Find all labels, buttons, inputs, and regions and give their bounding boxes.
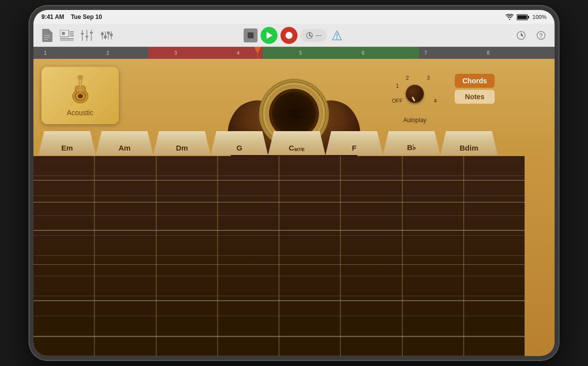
tick-4: 4 bbox=[237, 50, 240, 56]
chord-btn-1[interactable]: Am bbox=[96, 131, 153, 155]
status-right: 100% bbox=[506, 14, 547, 20]
autoplay-4-label: 4 bbox=[434, 98, 437, 104]
tick-5: 5 bbox=[299, 50, 302, 56]
ipad-screen: 9:41 AM Tue Sep 10 100% bbox=[33, 10, 555, 356]
chord-btn-3[interactable]: G bbox=[211, 131, 268, 155]
timeline-marker-line bbox=[258, 54, 258, 59]
svg-rect-12 bbox=[60, 40, 74, 41]
status-time: 9:41 AM bbox=[41, 13, 64, 20]
stop-button[interactable] bbox=[244, 28, 258, 42]
mixer-icon bbox=[80, 30, 93, 41]
toolbar-center: — bbox=[244, 27, 344, 44]
svg-rect-16 bbox=[81, 33, 84, 34]
svg-rect-11 bbox=[60, 38, 74, 39]
instrument-thumbnail[interactable]: Acoustic bbox=[41, 67, 119, 124]
document-icon bbox=[41, 29, 52, 42]
svg-point-25 bbox=[107, 31, 110, 34]
eq-button[interactable] bbox=[99, 28, 114, 43]
svg-point-23 bbox=[101, 32, 104, 35]
stop-icon bbox=[248, 32, 254, 38]
autoplay-knob[interactable] bbox=[406, 85, 424, 103]
chord-btn-6[interactable]: B♭ bbox=[383, 131, 440, 155]
toolbar: — bbox=[33, 24, 555, 47]
autoplay-3-label: 3 bbox=[427, 75, 430, 81]
autoplay-off-label: OFF bbox=[392, 98, 403, 104]
svg-rect-18 bbox=[90, 32, 93, 33]
svg-point-36 bbox=[77, 94, 82, 98]
chord-btn-0[interactable]: Em bbox=[38, 131, 96, 155]
svg-rect-1 bbox=[517, 15, 527, 19]
svg-rect-4 bbox=[44, 37, 50, 38]
battery-icon bbox=[517, 14, 530, 20]
autoplay-knob-container: OFF 1 2 3 4 bbox=[395, 74, 435, 114]
svg-rect-2 bbox=[528, 16, 529, 18]
guitar-area: Acoustic bbox=[33, 59, 555, 356]
fret-col-3 bbox=[218, 156, 280, 356]
chord-row: EmAmDmGCM7/EFB♭Bdim bbox=[33, 131, 525, 155]
chord-btn-7[interactable]: Bdim bbox=[440, 131, 498, 155]
fret-columns bbox=[33, 156, 525, 356]
toolbar-right: ? bbox=[348, 28, 549, 43]
fret-col-0 bbox=[33, 156, 95, 356]
autoplay-section: OFF 1 2 3 4 Autoplay bbox=[395, 74, 435, 124]
fret-col-2 bbox=[157, 156, 218, 356]
tracks-button[interactable] bbox=[59, 28, 74, 43]
svg-rect-3 bbox=[44, 35, 50, 36]
tick-7: 7 bbox=[424, 50, 427, 56]
svg-rect-17 bbox=[85, 36, 88, 37]
instrument-name: Acoustic bbox=[67, 109, 93, 117]
timeline-loop-region bbox=[148, 47, 263, 59]
timeline[interactable]: 1 2 3 4 5 6 7 8 bbox=[33, 47, 555, 59]
play-button[interactable] bbox=[261, 27, 278, 44]
chord-notes-toggle: Chords Notes bbox=[455, 74, 495, 104]
svg-rect-9 bbox=[70, 33, 74, 34]
chord-btn-4[interactable]: CM7/E bbox=[268, 131, 325, 155]
svg-point-42 bbox=[82, 77, 83, 78]
document-button[interactable] bbox=[39, 28, 54, 43]
notes-button[interactable]: Notes bbox=[455, 90, 495, 104]
svg-text:?: ? bbox=[539, 32, 543, 39]
tick-2: 2 bbox=[106, 50, 109, 56]
tick-8: 8 bbox=[487, 50, 490, 56]
metronome-button[interactable] bbox=[329, 28, 344, 43]
svg-point-41 bbox=[77, 77, 78, 78]
timeline-green-region bbox=[263, 47, 419, 59]
svg-point-26 bbox=[110, 33, 113, 36]
metronome-icon bbox=[331, 30, 342, 41]
timeline-playhead bbox=[254, 47, 261, 54]
undo-button[interactable] bbox=[514, 28, 529, 43]
battery-pct: 100% bbox=[533, 14, 547, 20]
fret-col-4 bbox=[280, 156, 341, 356]
chords-button[interactable]: Chords bbox=[455, 74, 495, 88]
record-icon bbox=[286, 32, 293, 39]
help-icon: ? bbox=[536, 30, 547, 41]
help-button[interactable]: ? bbox=[534, 28, 549, 43]
status-time-date: 9:41 AM Tue Sep 10 bbox=[41, 13, 102, 20]
mixer-button[interactable] bbox=[79, 28, 94, 43]
play-icon bbox=[267, 32, 273, 39]
fret-col-7 bbox=[464, 156, 525, 356]
tick-1: 1 bbox=[44, 50, 47, 56]
clock-icon bbox=[516, 30, 527, 41]
wifi-icon bbox=[506, 14, 514, 20]
fret-col-5 bbox=[341, 156, 402, 356]
status-bar: 9:41 AM Tue Sep 10 100% bbox=[33, 10, 555, 24]
toolbar-left bbox=[39, 28, 240, 43]
eq-icon bbox=[100, 30, 113, 41]
chord-btn-2[interactable]: Dm bbox=[153, 131, 211, 155]
tempo-icon bbox=[305, 31, 313, 39]
tick-3: 3 bbox=[174, 50, 177, 56]
autoplay-label: Autoplay bbox=[403, 117, 427, 124]
fret-col-1 bbox=[95, 156, 156, 356]
tempo-spacer: — bbox=[315, 32, 321, 39]
guitar-thumbnail-icon bbox=[65, 75, 95, 105]
svg-rect-10 bbox=[70, 35, 74, 36]
svg-rect-7 bbox=[62, 32, 65, 35]
record-button[interactable] bbox=[281, 27, 297, 44]
svg-rect-5 bbox=[44, 39, 48, 40]
autoplay-2-label: 2 bbox=[406, 75, 409, 81]
autoplay-1-label: 1 bbox=[396, 83, 399, 89]
tempo-control[interactable]: — bbox=[300, 29, 326, 42]
chord-btn-5[interactable]: F bbox=[325, 131, 383, 155]
main-content: Acoustic bbox=[33, 59, 555, 356]
